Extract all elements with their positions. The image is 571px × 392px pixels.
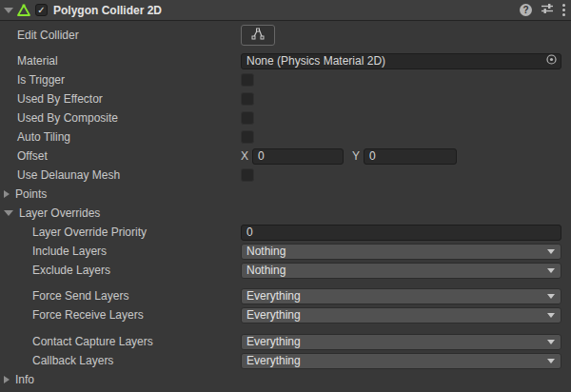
callback-layers-label: Callback Layers [0,354,241,367]
chevron-down-icon [547,268,555,273]
component-header[interactable]: ✓ Polygon Collider 2D ? [0,0,571,21]
force-send-layers-row: Force Send Layers Everything [0,286,571,305]
offset-label: Offset [0,149,241,163]
chevron-down-icon [547,359,555,363]
layer-override-priority-row: Layer Override Priority [0,223,571,242]
more-menu-icon[interactable] [562,4,565,16]
component-enabled-checkbox[interactable]: ✓ [35,4,48,16]
offset-y-input[interactable] [364,148,457,165]
auto-tiling-checkbox[interactable] [241,130,254,144]
is-trigger-checkbox[interactable] [241,73,254,87]
chevron-down-icon [547,340,555,344]
polygon-collider-2d-icon [16,3,31,18]
info-foldout[interactable]: Info [0,370,571,389]
used-by-effector-checkbox[interactable] [241,92,254,106]
include-layers-value: Nothing [246,245,286,258]
used-by-composite-row: Used By Composite [0,108,571,127]
offset-x-input[interactable] [252,148,344,165]
used-by-effector-row: Used By Effector [0,89,571,108]
layer-override-priority-label: Layer Override Priority [0,225,241,239]
include-layers-row: Include Layers Nothing [0,242,571,261]
force-receive-layers-value: Everything [246,308,301,322]
edit-collider-row: Edit Collider [0,23,571,48]
material-value: None (Physics Material 2D) [246,54,545,68]
auto-tiling-row: Auto Tiling [0,127,571,147]
chevron-down-icon [547,249,555,254]
object-picker-icon[interactable] [545,53,558,69]
force-send-layers-label: Force Send Layers [0,289,241,303]
edit-collider-button[interactable] [241,25,275,46]
exclude-layers-row: Exclude Layers Nothing [0,261,571,280]
is-trigger-label: Is Trigger [0,73,241,87]
contact-capture-layers-dropdown[interactable]: Everything [241,334,561,350]
exclude-layers-value: Nothing [246,264,286,277]
help-icon[interactable]: ? [520,4,532,16]
use-delaunay-mesh-row: Use Delaunay Mesh [0,166,571,185]
info-label: Info [15,373,34,386]
auto-tiling-label: Auto Tiling [0,130,241,144]
force-receive-layers-row: Force Receive Layers Everything [0,305,571,324]
contact-capture-layers-value: Everything [246,335,301,348]
callback-layers-value: Everything [246,354,301,367]
chevron-down-icon [547,294,555,299]
info-foldout-icon[interactable] [4,376,10,383]
is-trigger-row: Is Trigger [0,70,571,89]
include-layers-dropdown[interactable]: Nothing [241,244,561,260]
callback-layers-dropdown[interactable]: Everything [241,353,561,369]
layer-overrides-foldout-icon[interactable] [4,210,13,216]
presets-icon[interactable] [541,2,554,18]
used-by-composite-label: Used By Composite [0,111,241,125]
exclude-layers-label: Exclude Layers [0,264,241,277]
points-foldout-icon[interactable] [4,190,10,198]
layer-overrides-label: Layer Overrides [19,206,100,220]
material-row: Material None (Physics Material 2D) [0,51,571,70]
component-title: Polygon Collider 2D [53,4,520,17]
layer-overrides-foldout[interactable]: Layer Overrides [0,204,571,223]
edit-collider-label: Edit Collider [0,29,241,42]
force-send-layers-dropdown[interactable]: Everything [241,288,561,304]
force-send-layers-value: Everything [246,289,301,303]
force-receive-layers-dropdown[interactable]: Everything [241,307,561,323]
use-delaunay-mesh-checkbox[interactable] [241,168,254,182]
chevron-down-icon [547,313,555,318]
material-label: Material [0,54,241,68]
edit-collider-icon [251,28,266,43]
offset-row: Offset X Y [0,147,571,166]
force-receive-layers-label: Force Receive Layers [0,308,241,322]
points-foldout[interactable]: Points [0,185,571,204]
offset-y-axis-label[interactable]: Y [352,149,360,163]
material-object-field[interactable]: None (Physics Material 2D) [241,53,561,69]
points-label: Points [15,187,47,201]
offset-x-axis-label[interactable]: X [241,149,248,163]
used-by-effector-label: Used By Effector [0,92,241,106]
layer-override-priority-input[interactable] [241,225,561,241]
callback-layers-row: Callback Layers Everything [0,351,571,370]
include-layers-label: Include Layers [0,245,241,258]
polygon-collider-2d-inspector: ✓ Polygon Collider 2D ? Edit Collider [0,0,571,392]
used-by-composite-checkbox[interactable] [241,111,254,125]
exclude-layers-dropdown[interactable]: Nothing [241,263,561,279]
contact-capture-layers-row: Contact Capture Layers Everything [0,332,571,351]
contact-capture-layers-label: Contact Capture Layers [0,335,241,348]
component-foldout-icon[interactable] [4,8,13,13]
use-delaunay-mesh-label: Use Delaunay Mesh [0,168,241,182]
